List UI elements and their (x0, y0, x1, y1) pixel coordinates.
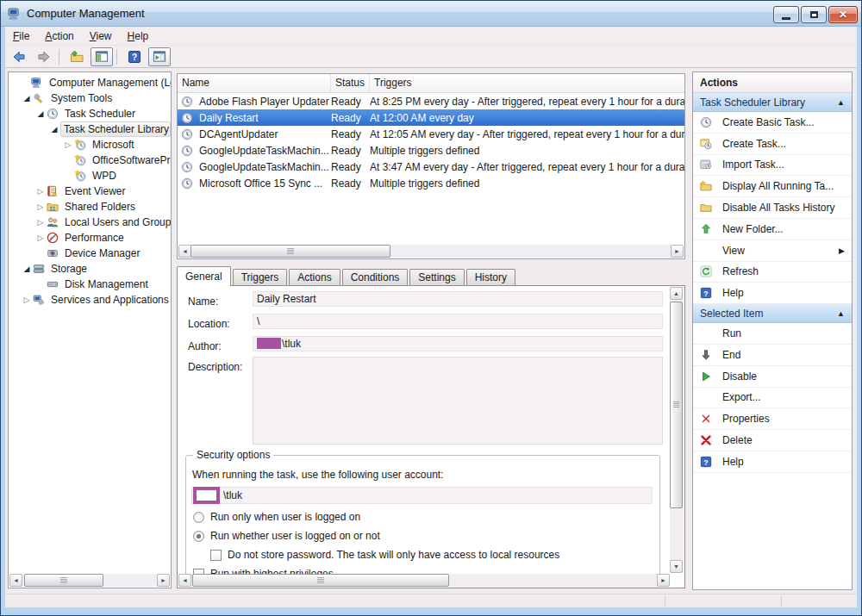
action-export[interactable]: Export... (693, 388, 852, 409)
tree-item-performance[interactable]: ▷Performance (9, 230, 171, 246)
column-header-status[interactable]: Status (331, 74, 370, 92)
forward-button[interactable] (33, 47, 55, 66)
scroll-left-arrow-icon[interactable]: ◄ (178, 245, 191, 258)
task-row-adobe-flash-player-updater[interactable]: Adobe Flash Player UpdaterReadyAt 8:25 P… (178, 93, 684, 109)
tree-expander-collapsed-icon[interactable]: ▷ (34, 233, 47, 242)
action-import-task[interactable]: Import Task... (693, 155, 852, 177)
tree-item-event-viewer[interactable]: ▷Event Viewer (9, 184, 171, 199)
action-create-basic-task[interactable]: Create Basic Task... (693, 112, 852, 134)
tree-item-task-scheduler[interactable]: ◢Task Scheduler (9, 106, 171, 121)
scroll-left-arrow-icon[interactable]: ◄ (178, 574, 191, 587)
detail-hscrollbar[interactable]: ◄ ► (178, 574, 670, 587)
action-refresh[interactable]: Refresh (693, 262, 852, 283)
close-button[interactable]: ✕ (828, 6, 858, 23)
show-action-pane-button[interactable] (148, 47, 171, 66)
tree-item-wpd[interactable]: WPD (9, 168, 171, 184)
action-end[interactable]: End (693, 345, 852, 366)
tree-item-task-scheduler-library[interactable]: ◢Task Scheduler Library (9, 121, 171, 137)
collapse-chevron-icon[interactable]: ▲ (837, 309, 845, 318)
tree-item-disk-management[interactable]: Disk Management (9, 277, 171, 292)
tree-item-computer-management-local[interactable]: Computer Management (Local) (9, 75, 171, 90)
restore-button[interactable] (801, 6, 827, 23)
action-new-folder[interactable]: New Folder... (693, 219, 852, 240)
tree-item-officesoftwareprotectionplatform[interactable]: OfficeSoftwareProtectionPlatform (9, 152, 171, 168)
collapse-chevron-icon[interactable]: ▲ (837, 98, 845, 107)
radio-run-only-when-user-is-logged-on[interactable] (193, 512, 204, 523)
title-bar[interactable]: Computer Management ✕ (1, 1, 862, 27)
action-display-all-running-ta[interactable]: Display All Running Ta... (693, 176, 852, 197)
checkbox-do-not-store-password-the-task-will-only[interactable] (210, 550, 222, 561)
scrollbar-thumb[interactable] (670, 302, 683, 508)
user-account-field[interactable] (191, 487, 653, 504)
tab-triggers[interactable]: Triggers (233, 269, 288, 286)
help-button[interactable]: ? (123, 47, 146, 66)
tree-hscrollbar[interactable]: ◄ ► (9, 574, 170, 587)
minimize-button[interactable] (773, 6, 799, 23)
tab-history[interactable]: History (466, 269, 515, 286)
task-row-googleupdatetaskmachin[interactable]: GoogleUpdateTaskMachin...ReadyMultiple t… (178, 142, 684, 159)
tree-expander-expanded-icon[interactable]: ◢ (21, 94, 33, 103)
actions-section-selected-item[interactable]: Selected Item▲ (693, 304, 852, 323)
menu-file[interactable]: File (5, 28, 37, 45)
column-header-name[interactable]: Name (178, 74, 331, 92)
scrollbar-thumb[interactable] (192, 574, 449, 587)
action-disable-all-tasks-history[interactable]: Disable All Tasks History (693, 197, 852, 219)
task-row-daily-restart[interactable]: Daily RestartReadyAt 12:00 AM every day (178, 109, 684, 126)
column-header-triggers[interactable]: Triggers (370, 74, 684, 92)
tree-expander-expanded-icon[interactable]: ◢ (21, 264, 33, 273)
task-row-dcagentupdater[interactable]: DCAgentUpdaterReadyAt 12:05 AM every day… (178, 126, 684, 142)
action-delete[interactable]: Delete (693, 430, 852, 451)
tree-item-services-and-applications[interactable]: ▷Services and Applications (9, 292, 171, 308)
show-console-tree-button[interactable] (91, 47, 113, 66)
description-label: Description: (188, 361, 242, 373)
tree-item-system-tools[interactable]: ◢System Tools (9, 90, 171, 106)
tree-item-local-users-and-groups[interactable]: ▷Local Users and Groups (9, 215, 171, 230)
action-properties[interactable]: Properties (693, 408, 852, 430)
toolbar-separator (59, 49, 59, 65)
scroll-up-arrow-icon[interactable]: ▲ (670, 287, 683, 300)
scroll-right-arrow-icon[interactable]: ► (657, 574, 670, 587)
action-run[interactable]: Run (693, 323, 852, 345)
action-create-task[interactable]: Create Task... (693, 134, 852, 155)
action-disable[interactable]: Disable (693, 366, 852, 388)
scroll-down-arrow-icon[interactable]: ▼ (670, 560, 683, 573)
back-button[interactable] (8, 47, 30, 66)
tree-expander-collapsed-icon[interactable]: ▷ (62, 140, 74, 149)
tree-expander-expanded-icon[interactable]: ◢ (48, 125, 60, 134)
description-field[interactable] (253, 357, 663, 445)
tree-item-microsoft[interactable]: ▷Microsoft (9, 137, 171, 152)
menu-view[interactable]: View (82, 28, 120, 45)
tree-expander-collapsed-icon[interactable]: ▷ (34, 218, 47, 227)
task-row-googleupdatetaskmachin[interactable]: GoogleUpdateTaskMachin...ReadyAt 3:47 AM… (178, 159, 684, 175)
tree-expander-collapsed-icon[interactable]: ▷ (34, 202, 47, 211)
tab-general[interactable]: General (177, 266, 231, 286)
tab-conditions[interactable]: Conditions (342, 269, 409, 286)
scrollbar-thumb[interactable] (24, 574, 103, 587)
tab-actions[interactable]: Actions (289, 269, 340, 286)
radio-run-whether-user-is-logged-on-or-not[interactable] (193, 531, 204, 542)
tree-expander-expanded-icon[interactable]: ◢ (34, 109, 47, 118)
menu-help[interactable]: Help (120, 28, 157, 45)
tab-settings[interactable]: Settings (409, 269, 464, 286)
console-tree-window-icon (95, 50, 109, 63)
menu-action[interactable]: Action (37, 28, 81, 45)
tree-expander-collapsed-icon[interactable]: ▷ (34, 187, 47, 196)
tree-expander-collapsed-icon[interactable]: ▷ (21, 296, 33, 304)
task-list-hscrollbar[interactable]: ◄ ► (178, 245, 684, 258)
scroll-left-arrow-icon[interactable]: ◄ (9, 574, 22, 587)
scroll-right-arrow-icon[interactable]: ► (157, 574, 170, 587)
tree-item-label: Performance (62, 231, 127, 245)
task-row-microsoft-office-15-sync[interactable]: Microsoft Office 15 Sync ...ReadyMultipl… (178, 175, 684, 191)
action-help[interactable]: ?Help (693, 451, 852, 473)
up-one-level-button[interactable] (66, 47, 88, 66)
scrollbar-thumb[interactable] (191, 245, 390, 258)
actions-section-task-scheduler-library[interactable]: Task Scheduler Library▲ (693, 93, 852, 112)
tree-item-shared-folders[interactable]: ▷Shared Folders (9, 199, 171, 215)
tree-item-device-manager[interactable]: Device Manager (9, 246, 171, 261)
action-help[interactable]: ?Help (693, 283, 852, 304)
detail-vscrollbar[interactable]: ▲ ▼ (670, 287, 684, 573)
name-field[interactable]: Daily Restart (253, 291, 663, 307)
scroll-right-arrow-icon[interactable]: ► (671, 245, 684, 258)
action-view[interactable]: View▶ (693, 240, 852, 262)
tree-item-storage[interactable]: ◢Storage (9, 261, 171, 277)
